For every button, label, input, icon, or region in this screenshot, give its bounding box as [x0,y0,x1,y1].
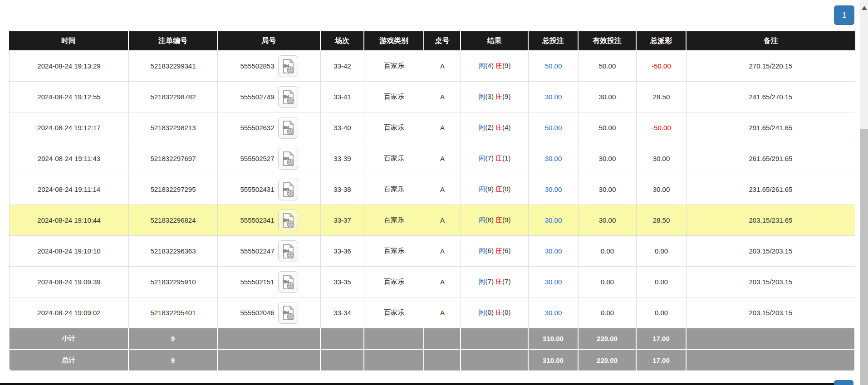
video-file-icon [281,151,295,166]
result-banker-label: 庄 [495,278,502,285]
cell-valid-bet: 30.00 [579,143,637,174]
cell-table-no: A [424,267,461,297]
col-header-remark: 备注 [687,31,855,51]
cell-table-no: A [424,51,461,82]
result-player-score: (4) [485,62,496,69]
video-file-icon [281,274,295,290]
vertical-scrollbar[interactable] [860,0,868,385]
cell-remark: 241.65/270.15 [687,82,855,112]
summary-cell-session [321,350,364,370]
result-banker-label: 庄 [495,154,502,162]
cell-bet-id: 521832296363 [129,236,218,267]
cell-total-payout: 0.00 [637,297,687,328]
cell-total-bet: 30.00 [529,82,579,112]
cell-total-payout: 0.00 [637,236,687,267]
total-bet-link[interactable]: 30.00 [545,309,562,317]
cell-table-no: A [424,297,461,328]
result-banker-score: (7) [502,278,510,285]
result-player-label: 闲 [479,278,485,285]
video-replay-button[interactable] [278,148,298,170]
total-bet-link[interactable]: 30.00 [545,247,562,255]
video-replay-button[interactable] [278,179,298,200]
cell-round: 555502151 [218,267,321,297]
cell-session: 33-40 [321,112,364,143]
summary-cell-session [321,328,364,350]
summary-cell-total_bet: 310.00 [529,328,579,350]
cell-bet-id: 521832297697 [129,143,218,174]
total-bet-link[interactable]: 30.00 [545,185,562,193]
video-replay-button[interactable] [278,302,298,324]
result-banker-label: 庄 [495,216,502,224]
summary-cell-total_payout: 17.00 [637,350,687,370]
total-bet-link[interactable]: 30.00 [545,278,562,286]
video-replay-button[interactable] [278,86,298,108]
cell-remark: 261.65/291.65 [687,143,855,174]
scrollbar-up-arrow-icon[interactable] [862,6,867,10]
cell-result: 闲(4) 庄(9) [461,51,529,82]
cell-bet-id: 521832295401 [129,297,218,328]
cell-time: 2024-08-24 19:11:14 [9,174,129,205]
total-bet-link[interactable]: 30.00 [545,93,562,101]
summary-cell-time: 总计 [9,350,129,370]
cell-bet-id: 521832297295 [129,174,218,205]
cell-session: 33-38 [321,174,364,205]
cell-table-no: A [424,112,461,143]
cell-round: 555502341 [218,205,321,236]
result-player-label: 闲 [479,247,485,254]
result-banker-label: 庄 [495,247,502,254]
video-file-icon [281,213,295,228]
cell-result: 闲(9) 庄(0) [461,174,529,205]
cell-game-type: 百家乐 [364,174,424,205]
video-replay-button[interactable] [278,271,298,293]
video-replay-button[interactable] [278,117,298,139]
cell-bet-id: 521832299341 [129,51,218,82]
result-banker-label: 庄 [495,62,502,69]
cell-result: 闲(8) 庄(9) [461,205,529,236]
video-file-icon [281,182,295,197]
summary-cell-table_no [424,350,461,370]
result-player-label: 闲 [479,308,485,316]
summary-cell-game_type [364,328,424,350]
total-bet-link[interactable]: 50.00 [545,62,562,70]
cell-game-type: 百家乐 [364,297,424,328]
video-file-icon [281,89,295,105]
cell-total-payout: 30.00 [637,143,687,174]
col-header-session: 场次 [321,31,364,51]
total-bet-link[interactable]: 50.00 [545,124,562,132]
result-player-label: 闲 [479,62,485,69]
cell-total-bet: 50.00 [529,112,579,143]
cell-session: 33-34 [321,297,364,328]
cell-valid-bet: 30.00 [579,174,637,205]
cell-valid-bet: 30.00 [579,82,637,112]
video-replay-button[interactable] [278,240,298,262]
summary-cell-result [461,350,529,370]
video-replay-button[interactable] [278,210,298,231]
col-header-game_type: 游戏类别 [364,31,424,51]
cell-round: 555502749 [218,82,321,112]
round-number: 555502247 [240,247,274,255]
cell-time: 2024-08-24 19:12:17 [9,112,129,143]
cell-table-no: A [424,205,461,236]
video-file-icon [281,305,295,321]
total-bet-link[interactable]: 30.00 [545,155,562,162]
pagination-page-1-top[interactable]: 1 [834,5,854,25]
cell-result: 闲(2) 庄(4) [461,112,529,143]
scrollbar-thumb[interactable] [860,129,868,385]
cell-session: 33-37 [321,205,364,236]
cell-result: 闲(7) 庄(7) [461,267,529,297]
cell-result: 闲(3) 庄(9) [461,82,529,112]
cell-valid-bet: 0.00 [579,297,637,328]
pagination-page-1-bottom[interactable]: 1 [834,380,853,385]
cell-remark: 203.15/231.65 [687,205,855,236]
video-replay-button[interactable] [278,55,298,77]
summary-cell-table_no [424,328,461,350]
cell-session: 33-42 [321,51,364,82]
result-player-score: (2) [485,123,496,131]
result-player-score: (9) [485,185,496,193]
cell-valid-bet: 50.00 [579,51,637,82]
bet-row: 2024-08-24 19:11:14521832297295555502431… [9,174,855,205]
total-bet-link[interactable]: 30.00 [545,216,562,224]
summary-cell-round [218,328,321,350]
cell-table-no: A [424,174,461,205]
summary-cell-game_type [364,350,424,370]
